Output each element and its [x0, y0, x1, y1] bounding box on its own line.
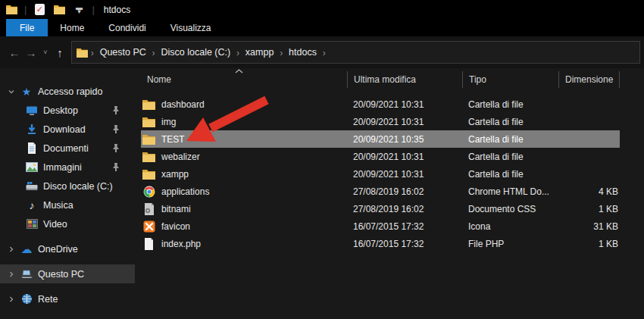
- chevron-right-icon[interactable]: [6, 246, 17, 253]
- pin-icon: [112, 163, 120, 171]
- breadcrumb-separator[interactable]: ›: [280, 47, 283, 58]
- cssfile-icon: [142, 203, 155, 215]
- file-name: img: [161, 117, 176, 127]
- sidebar-item-download[interactable]: Download: [0, 120, 135, 139]
- chevron-right-icon[interactable]: [6, 296, 17, 303]
- sidebar-item-accesso-rapido[interactable]: ★Accesso rapido: [0, 82, 135, 101]
- file-modified: 20/09/2021 10:35: [347, 134, 462, 145]
- chrome-icon: [142, 186, 155, 198]
- breadcrumb-separator[interactable]: ›: [323, 47, 326, 58]
- titlebar-separator: |: [24, 5, 27, 14]
- column-header-name[interactable]: Nome: [141, 71, 347, 88]
- properties-check-icon[interactable]: ✓: [33, 3, 46, 17]
- address-bar[interactable]: ›Questo PC›Disco locale (C:)›xampp›htdoc…: [71, 41, 640, 64]
- file-row-dashboard[interactable]: dashboard20/09/2021 10:31Cartella di fil…: [141, 95, 620, 113]
- folder-icon: [142, 116, 155, 128]
- file-row-webalizer[interactable]: webalizer20/09/2021 10:31Cartella di fil…: [141, 148, 620, 165]
- file-modified: 20/09/2021 10:31: [347, 152, 462, 162]
- chevron-right-icon[interactable]: [6, 271, 17, 278]
- file-size: 1 KB: [558, 239, 620, 249]
- column-header-type[interactable]: Tipo: [462, 71, 558, 88]
- file-type: Chrome HTML Do...: [462, 186, 558, 197]
- cloud-icon: ☁: [20, 242, 33, 256]
- window-title: htdocs: [104, 5, 130, 15]
- breadcrumb-separator[interactable]: ›: [91, 47, 94, 58]
- file-name-cell: dashboard: [141, 99, 347, 111]
- up-icon[interactable]: ↑: [52, 46, 68, 59]
- file-modified: 16/07/2015 17:32: [347, 239, 462, 249]
- music-icon: ♪: [25, 199, 39, 211]
- sidebar-item-label: Desktop: [43, 105, 112, 116]
- image-icon: [25, 162, 39, 172]
- breadcrumb-segment[interactable]: Questo PC: [95, 47, 151, 58]
- file-type: Cartella di file: [462, 169, 558, 180]
- breadcrumb-separator[interactable]: ›: [236, 47, 239, 58]
- folder-icon: [142, 168, 155, 180]
- tab-visualizza[interactable]: Visualizza: [158, 19, 224, 36]
- file-modified: 20/09/2021 10:31: [347, 99, 462, 110]
- sidebar-group-gap: [0, 283, 135, 289]
- sidebar-item-documenti[interactable]: Documenti: [0, 139, 135, 158]
- sidebar-item-disco-locale-c[interactable]: Disco locale (C:): [0, 177, 135, 195]
- titlebar-separator: |: [92, 5, 94, 14]
- video-icon: [25, 219, 39, 229]
- file-type: Cartella di file: [462, 134, 558, 145]
- file-name: applications: [161, 186, 209, 197]
- file-row-favicon[interactable]: favicon16/07/2015 17:32Icona31 KB: [141, 217, 620, 235]
- window-body: ★Accesso rapidoDesktopDownloadDocumentiI…: [0, 68, 644, 319]
- sidebar-item-label: Immagini: [43, 162, 112, 173]
- file-size: 1 KB: [558, 204, 620, 214]
- file-row-bitnami[interactable]: bitnami27/08/2019 16:02Documento CSS1 KB: [141, 200, 620, 217]
- file-row-index-php[interactable]: index.php16/07/2015 17:32File PHP1 KB: [141, 235, 620, 252]
- forward-icon[interactable]: →: [23, 46, 39, 59]
- file-type: Documento CSS: [462, 204, 558, 214]
- explorer-window: | ✓ ▬▾ | htdocs FileHomeCondividiVisuali…: [0, 0, 644, 319]
- pin-icon: [112, 106, 120, 114]
- breadcrumb-separator[interactable]: ›: [152, 47, 155, 58]
- breadcrumb-segment[interactable]: htdocs: [284, 47, 321, 58]
- sidebar-item-questo-pc[interactable]: Questo PC: [0, 264, 135, 283]
- pc-icon: [20, 269, 33, 279]
- sidebar-item-musica[interactable]: ♪Musica: [0, 195, 135, 214]
- file-name: TEST: [161, 134, 185, 145]
- file-name-cell: bitnami: [141, 203, 347, 215]
- breadcrumb-segment[interactable]: Disco locale (C:): [156, 47, 235, 58]
- new-folder-icon[interactable]: [52, 3, 66, 17]
- app-folder-icon[interactable]: [5, 3, 18, 17]
- file-type: Cartella di file: [462, 99, 558, 110]
- sidebar-item-label: Rete: [38, 294, 135, 305]
- file-type: Cartella di file: [462, 117, 558, 127]
- address-folder-icon: [77, 48, 88, 58]
- file-name: webalizer: [161, 152, 200, 162]
- sidebar-item-rete[interactable]: Rete: [0, 289, 135, 308]
- file-row-img[interactable]: img20/09/2021 10:31Cartella di file: [141, 113, 620, 130]
- sidebar-item-immagini[interactable]: Immagini: [0, 158, 135, 177]
- file-size: 31 KB: [558, 221, 620, 232]
- tab-file[interactable]: File: [6, 19, 48, 36]
- sidebar-group-gap: [0, 258, 135, 264]
- breadcrumb-segment[interactable]: xampp: [241, 47, 279, 58]
- tab-condividi[interactable]: Condividi: [96, 19, 158, 36]
- sidebar-item-label: Disco locale (C:): [43, 181, 135, 192]
- tab-home[interactable]: Home: [48, 19, 96, 36]
- sidebar-item-video[interactable]: Video: [0, 214, 135, 233]
- sort-ascending-icon: [235, 65, 243, 76]
- pin-icon: [112, 144, 120, 152]
- desktop-icon: [25, 105, 39, 116]
- column-header-size[interactable]: Dimensione: [558, 71, 620, 88]
- nav-buttons: ← → ˅ ↑: [0, 46, 71, 59]
- sidebar-item-desktop[interactable]: Desktop: [0, 101, 135, 120]
- recent-locations-icon[interactable]: ˅: [39, 48, 52, 56]
- column-header-modified[interactable]: Ultima modifica: [347, 71, 462, 88]
- customize-toolbar-dropdown-icon[interactable]: ▬▾: [72, 3, 86, 17]
- file-type: Icona: [462, 221, 558, 232]
- sidebar-item-onedrive[interactable]: ☁OneDrive: [0, 239, 135, 258]
- file-row-test[interactable]: TEST20/09/2021 10:35Cartella di file: [141, 130, 620, 148]
- file-name-cell: img: [141, 116, 347, 128]
- file-row-applications[interactable]: applications27/08/2019 16:02Chrome HTML …: [141, 183, 620, 200]
- back-icon[interactable]: ←: [6, 46, 23, 59]
- file-row-xampp[interactable]: xampp20/09/2021 10:31Cartella di file: [141, 165, 620, 183]
- chevron-down-icon[interactable]: [6, 88, 17, 95]
- navigation-sidebar: ★Accesso rapidoDesktopDownloadDocumentiI…: [0, 68, 135, 319]
- file-name: favicon: [161, 221, 190, 232]
